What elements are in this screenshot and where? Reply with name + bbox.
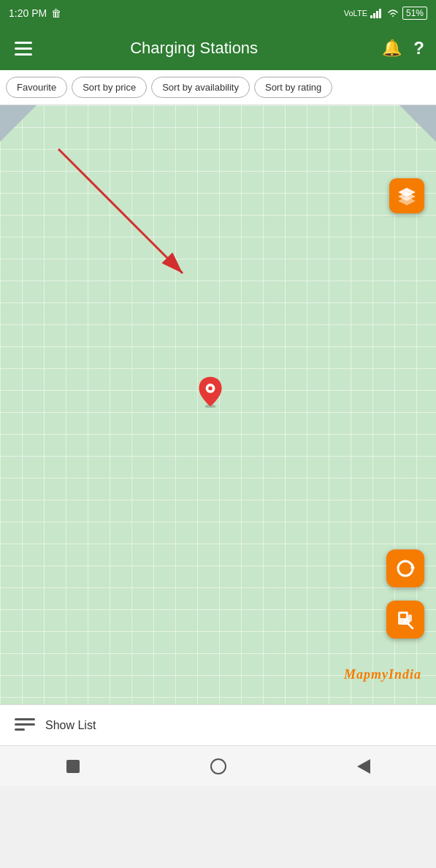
status-bar: 1:20 PM 🗑 VoLTE 51% <box>0 0 436 26</box>
map-area[interactable]: MapmyIndia <box>0 105 436 704</box>
status-time: 1:20 PM <box>9 7 47 19</box>
show-list-label: Show List <box>45 719 96 732</box>
svg-rect-1 <box>373 13 375 18</box>
svg-rect-14 <box>400 614 406 618</box>
sort-price-button[interactable]: Sort by price <box>72 77 147 98</box>
layers-button[interactable] <box>389 178 424 213</box>
app-title: Charging Stations <box>18 39 370 58</box>
wifi-icon <box>386 8 399 18</box>
back-icon <box>357 759 370 774</box>
map-location-pin[interactable] <box>197 376 223 408</box>
svg-rect-0 <box>370 15 372 18</box>
recent-apps-button[interactable] <box>58 752 88 781</box>
home-button[interactable] <box>204 752 233 781</box>
svg-rect-3 <box>379 9 381 18</box>
app-bar-actions: 🔔 ? <box>382 38 424 58</box>
status-left: 1:20 PM 🗑 <box>9 7 61 19</box>
help-icon[interactable]: ? <box>413 38 424 58</box>
back-button[interactable] <box>349 752 378 781</box>
show-list-bar[interactable]: Show List <box>0 704 436 745</box>
charging-station-button[interactable] <box>386 601 424 639</box>
refresh-icon <box>394 557 416 579</box>
notification-icon[interactable]: 🔔 <box>382 39 402 58</box>
list-icon <box>15 718 35 733</box>
layers-icon <box>397 186 417 206</box>
svg-point-8 <box>208 387 213 391</box>
battery-icon: 51% <box>402 7 427 20</box>
status-right: VoLTE 51% <box>344 7 427 20</box>
fuel-icon <box>394 609 416 631</box>
sort-availability-button[interactable]: Sort by availability <box>151 77 250 98</box>
lte-icon: VoLTE <box>344 9 367 18</box>
trash-icon: 🗑 <box>51 7 61 19</box>
map-watermark: MapmyIndia <box>344 667 421 682</box>
recent-apps-icon <box>66 760 80 773</box>
home-icon <box>210 758 226 774</box>
favourite-filter-button[interactable]: Favourite <box>6 77 67 98</box>
refresh-button[interactable] <box>386 549 424 587</box>
signal-bars-icon <box>370 8 383 18</box>
filter-bar: Favourite Sort by price Sort by availabi… <box>0 70 436 105</box>
svg-rect-2 <box>376 11 378 18</box>
nav-bar <box>0 745 436 786</box>
sort-rating-button[interactable]: Sort by rating <box>254 77 332 98</box>
app-bar: Charging Stations 🔔 ? <box>0 26 436 70</box>
